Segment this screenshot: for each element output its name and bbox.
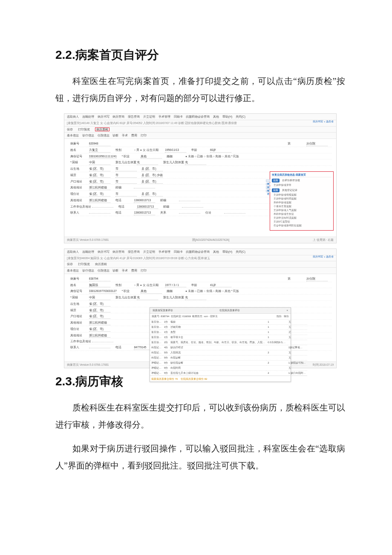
fig1-right-button[interactable]: 病历书写 » 选患者 [313,120,334,123]
value[interactable]: 次住院 [306,142,328,146]
province-field[interactable]: 省 (区、市) [89,173,110,178]
label: 关系 [160,211,178,215]
contact-name-field[interactable] [89,213,110,214]
panel-item: 主诉中缺省情报提醒 [274,193,331,197]
fig1-toolbar: 保存 打印预览 病历质检 [64,127,336,133]
county-field[interactable]: 县 (区、市) [141,167,163,171]
admit-weight-field[interactable]: 克 [185,295,206,300]
fig1-save-button[interactable]: 保存 [67,128,73,131]
nationality-field[interactable]: 中国 [89,160,110,165]
dob-field[interactable]: 1956/11/13 [165,148,186,153]
fig2-tabs[interactable]: 基本信息 诊疗信息 住院信息 诊断 手术 费用 打印 [64,268,336,274]
id-field[interactable]: 330128197703033127 [89,289,117,294]
province-field[interactable]: 省 (区、市) [89,179,110,184]
fig2-form: 病案号 838794 第 次住院 姓名 施国强 性别 ○ 男 ● 女 出生日期 … [64,274,336,361]
city-field[interactable]: 市 [115,167,137,171]
label: 其他地址 [70,333,88,338]
side-tab[interactable]: 质控 [266,179,270,182]
address-field[interactable]: 浙江杭州建德 [89,198,110,203]
county-field[interactable]: 县 (区、市) 乡镇 [141,173,163,178]
province-field[interactable]: 省 (区、市) [89,308,110,313]
birth-weight-field[interactable]: 克 [137,295,158,300]
age-field[interactable]: 60岁 [210,148,231,153]
address-field[interactable]: 浙江杭州建德 [89,333,110,338]
occupation-field[interactable]: 其他 [141,289,162,294]
dialog-title-right: 住院病历质量评价 [219,309,240,312]
table-cell: 详细记… [150,360,163,365]
close-icon[interactable]: × [286,309,288,312]
fig2-print-button[interactable]: 打印预览 [78,263,90,266]
table-cell: 五 [287,335,307,340]
table-cell: 每缺 [169,320,266,325]
city-field[interactable]: 市 [115,173,137,178]
label: 其他地址 [70,198,88,202]
table-row: 详细记…5分出院时间五 [150,365,307,370]
contact-addr-field[interactable] [224,213,245,214]
side-tab[interactable]: 审核 [266,186,270,189]
address-field[interactable]: 浙江杭州建德 [89,185,110,190]
province-field[interactable]: 省 (区、市) [89,302,110,306]
table-cell: 2 [266,360,287,365]
nationality-field[interactable]: 中国 [89,295,110,300]
fig1-panel-side-tabs[interactable]: 质控 评分 审核 记录 [266,179,270,193]
label: 其他地址 [70,321,88,325]
value[interactable]: 838794 [89,277,110,281]
city-field[interactable]: 市 [115,179,137,184]
table-row: 首页信…1分签字填卡全1五 [150,335,307,340]
contact-name-field[interactable] [89,348,110,348]
age-field[interactable]: 41岁 [210,283,231,288]
province-field[interactable]: 省 (区、市) [89,314,110,319]
city-field[interactable]: 市 [115,192,137,197]
employer-field[interactable] [92,342,113,342]
table-cell: 详细记… [150,365,163,370]
fig1-quality-check-button[interactable]: 病历质检 [95,127,110,131]
fig2-dialog-title: 病案做写质量评价 住院病历质量评价 × [150,308,291,314]
province-field[interactable]: 省 (区、市) [89,167,110,171]
province-field[interactable]: 省 (区、市) [89,192,110,197]
fig2-save-button[interactable]: 保存 [67,263,73,266]
relation-field[interactable] [179,213,200,214]
sex-radio[interactable]: ○ 男 ● 女 [134,148,145,151]
fig1-tabs[interactable]: 基本信息 诊疗信息 住院信息 诊断 手术 费用 打印 [64,133,336,139]
label: 新生儿入院体重 [163,160,184,165]
table-cell: 五 [287,365,307,370]
side-tab[interactable]: 记录 [266,190,270,192]
address-field[interactable]: 浙江杭州建德 [89,321,110,325]
figure-1-screenshot: 选取病人 连嘱处理 病历书写 病历查询 报告查询 开立证明 手术管理 回顾卡 抗… [64,113,337,243]
county-field[interactable]: 县 (区、市) [141,179,163,184]
occupation-field[interactable]: 其他 [141,154,162,159]
phone-field[interactable]: 13600013713 [134,211,155,215]
fig2-row-birthplace: 出生地 省 (区、市) [70,302,332,307]
marriage-radio[interactable]: ● 未婚 ○ 已婚 ○ 丧偶 ○ 离婚 ○ 其他 * 民族 [185,155,239,158]
side-tab[interactable]: 评分 [266,183,270,185]
county-field[interactable]: 县 (区、市) [141,192,163,197]
id-field[interactable]: 330106195611111241 [89,154,117,159]
label: 电话 [118,205,136,209]
zip-field[interactable] [182,207,203,208]
table-cell: 5分 [163,355,169,360]
employer-field[interactable] [92,207,113,208]
fig2-right-button[interactable]: 病历书写 » 选患者 [313,255,334,258]
birth-weight-field[interactable]: 克 [137,160,158,165]
table-cell: 正 [287,330,307,335]
table-cell: 五 [287,324,307,330]
zip-field[interactable] [179,201,200,201]
admit-weight-field[interactable]: 克 [185,160,206,165]
label: 出生日期 [147,283,164,287]
dob-field[interactable]: 1977 / 3 / 1 [165,283,186,288]
name-field[interactable]: 方复立 [89,148,110,153]
sex-radio[interactable]: ○ 男 ● 女 [134,283,145,286]
table-cell: 过敏药物 [169,324,266,330]
label: 第 [288,142,306,146]
fig2-quality-check-button[interactable]: 病历质检 [95,263,107,266]
value[interactable]: 820948 [89,142,110,146]
phone-field[interactable]: 13600013713 [134,198,155,203]
zip-field[interactable] [134,188,155,188]
name-field[interactable]: 施国强 [89,283,110,288]
table-cell: 2分 [163,340,169,345]
value[interactable]: 次住院 [306,277,328,281]
phone-field[interactable]: 13600013713 [137,205,158,209]
marriage-radio[interactable]: ● 未婚 ○ 已婚 ○ 丧偶 ○ 离婚 ○ 其他 * 民族 [185,289,239,292]
fig1-print-button[interactable]: 打印预览 [78,128,90,131]
province-field[interactable]: 省 (区、市) [89,327,110,332]
